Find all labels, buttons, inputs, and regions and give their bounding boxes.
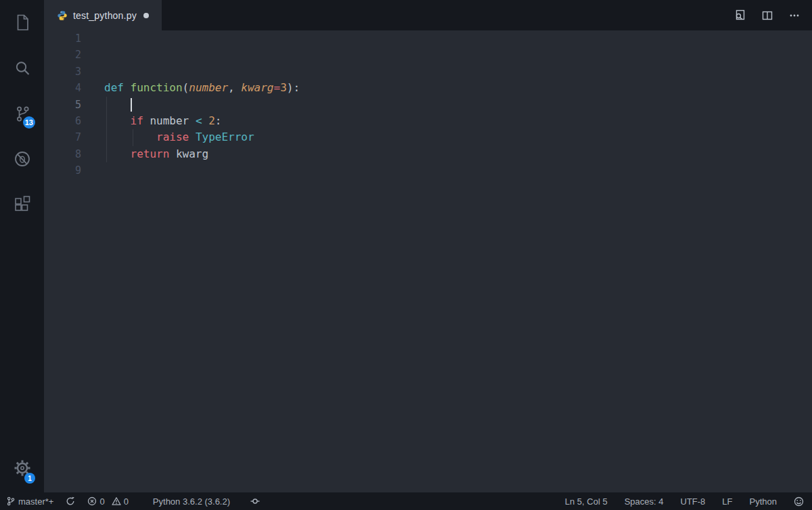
encoding-status[interactable]: UTF-8 (681, 496, 706, 507)
code-token (104, 131, 156, 143)
line-content: raise TypeError (104, 129, 254, 145)
error-count: 0 (99, 496, 104, 507)
line-content: def function(number, kwarg=3): (104, 80, 300, 96)
indent-guide (106, 97, 107, 113)
git-branch-status[interactable]: master*+ (7, 496, 53, 507)
code-token (124, 81, 131, 94)
status-bar: master*+ 0 0 (0, 492, 812, 510)
code-token (143, 114, 150, 127)
indent-guide (106, 146, 107, 162)
language-mode-status[interactable]: Python (750, 496, 777, 507)
text-cursor (131, 98, 132, 112)
sidebar-item-extensions[interactable] (0, 181, 44, 227)
code-token (235, 81, 242, 94)
sidebar-item-explorer[interactable] (0, 0, 44, 45)
line-number: 2 (44, 47, 81, 63)
tab-label: test_python.py (73, 10, 137, 21)
code-token: ): (287, 81, 300, 94)
sidebar-item-search[interactable] (0, 45, 44, 91)
code-token: number (150, 114, 189, 127)
error-icon (87, 496, 97, 506)
sidebar-item-source-control[interactable]: 13 (0, 91, 44, 136)
code-line[interactable]: 7 raise TypeError (44, 129, 812, 145)
indent-guide (133, 129, 133, 145)
line-content: if number < 2: (104, 113, 221, 129)
warning-icon (112, 496, 121, 506)
code-token: if (131, 114, 143, 127)
code-token: def (104, 81, 124, 94)
extensions-icon (14, 195, 31, 213)
split-editor-button[interactable] (762, 10, 773, 21)
code-line[interactable]: 3 (44, 64, 812, 80)
code-token (104, 114, 131, 127)
split-editor-icon (762, 10, 773, 21)
code-token: ( (183, 81, 189, 94)
status-bar-left: master*+ 0 0 (0, 496, 260, 507)
line-content: return kwarg (104, 146, 208, 162)
git-branch-icon (7, 496, 15, 506)
crosshair-icon (250, 496, 260, 506)
indentation-status[interactable]: Spaces: 4 (625, 496, 664, 507)
line-number: 6 (44, 113, 81, 129)
code-token: , (228, 81, 235, 94)
code-token: = (274, 81, 281, 94)
sync-icon (66, 496, 75, 506)
scm-badge: 13 (23, 116, 35, 129)
open-preview-icon (734, 9, 746, 21)
files-icon (14, 14, 31, 32)
sync-button[interactable] (66, 496, 75, 506)
code-line[interactable]: 9 (44, 162, 812, 179)
indent-guide (106, 129, 107, 145)
cursor-position-status[interactable]: Ln 5, Col 5 (565, 496, 608, 507)
line-number: 4 (44, 80, 81, 96)
smiley-icon (794, 496, 804, 507)
modified-indicator[interactable] (143, 13, 149, 18)
line-number: 9 (44, 162, 81, 179)
code-token: number (189, 81, 228, 94)
editor-lines: 1234def function(number, kwarg=3):56 if … (44, 30, 812, 179)
code-line[interactable]: 4def function(number, kwarg=3): (44, 80, 812, 96)
code-token (202, 114, 209, 127)
code-token: : (215, 114, 222, 127)
code-line[interactable]: 5 (44, 97, 812, 113)
code-token: 2 (208, 114, 215, 127)
settings-button[interactable]: 1 (0, 444, 44, 492)
tab-test-python[interactable]: test_python.py (44, 0, 162, 30)
line-number: 7 (44, 129, 81, 145)
python-interpreter-status[interactable]: Python 3.6.2 (3.6.2) (153, 496, 230, 507)
no-bug-icon (14, 150, 31, 168)
line-number: 1 (44, 30, 81, 47)
editor[interactable]: 1234def function(number, kwarg=3):56 if … (44, 30, 812, 492)
crosshair-button[interactable] (250, 496, 260, 506)
code-token: TypeError (196, 131, 254, 143)
more-actions-button[interactable] (789, 10, 800, 21)
code-token: < (196, 114, 202, 127)
code-token: return (131, 147, 170, 160)
code-token (104, 147, 131, 160)
vscode-window: 13 1 (0, 0, 812, 510)
code-token: raise (156, 131, 189, 143)
problems-status[interactable]: 0 0 (87, 496, 132, 507)
editor-group: test_python.py (44, 0, 812, 492)
feedback-button[interactable] (794, 496, 804, 507)
code-line[interactable]: 1 (44, 30, 812, 47)
code-line[interactable]: 6 if number < 2: (44, 113, 812, 129)
sidebar-item-debug[interactable] (0, 136, 44, 181)
settings-badge: 1 (24, 473, 35, 484)
tab-actions (734, 0, 812, 30)
warning-count: 0 (124, 496, 129, 507)
code-token: kwarg (241, 81, 273, 94)
line-number: 8 (44, 146, 81, 162)
indent-guide (106, 113, 107, 129)
activity-bar: 13 1 (0, 0, 44, 492)
eol-status[interactable]: LF (722, 496, 732, 507)
code-token: 3 (280, 81, 287, 94)
code-line[interactable]: 8 return kwarg (44, 146, 812, 162)
code-token (169, 147, 176, 160)
line-number: 5 (44, 97, 81, 113)
more-actions-icon (789, 10, 800, 21)
open-preview-button[interactable] (734, 9, 746, 21)
code-token (189, 114, 196, 127)
line-number: 3 (44, 64, 81, 80)
code-line[interactable]: 2 (44, 47, 812, 63)
